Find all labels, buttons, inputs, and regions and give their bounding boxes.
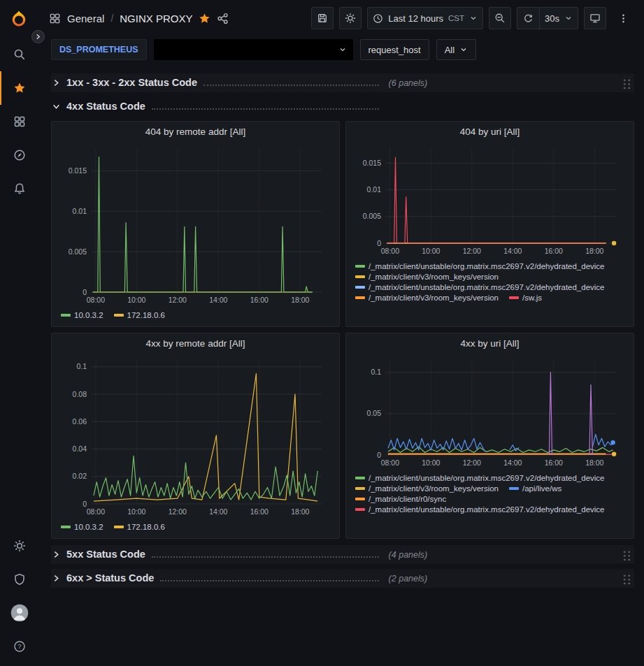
tv-mode-button[interactable] [584,7,606,29]
legend-series-marker [114,526,124,528]
kebab-menu-icon [618,13,629,24]
dashboard-title[interactable]: NGINX PROXY [120,13,192,24]
sidebar-item-dashboards[interactable] [0,105,38,138]
main-area: General / NGINX PROXY [38,0,644,666]
sidebar-collapse-button[interactable] [31,30,45,43]
sidebar-item-search[interactable] [0,38,38,71]
panel-body: 08:0010:0012:0014:0016:0018:0000.020.040… [52,353,339,538]
row-title-wrap: 5xx Status Code [66,549,379,560]
datasource-variable-label[interactable]: DS_PROMETHEUS [51,39,147,60]
legend-item[interactable]: /_matrix/client/v3/room_keys/version [355,294,499,302]
row-1xx-3xx-2xx[interactable]: 1xx - 3xx - 2xx Status Code (6 panels) [51,73,634,92]
timeseries-chart[interactable]: 08:0010:0012:0014:0016:0018:0000.0050.01… [354,141,626,260]
legend-item[interactable]: /api/live/ws [509,484,561,493]
sidebar-item-explore[interactable] [0,138,38,172]
legend-item[interactable]: 172.18.0.6 [114,523,165,531]
row-5xx[interactable]: 5xx Status Code (4 panels) [51,545,634,564]
timeseries-chart[interactable]: 08:0010:0012:0014:0016:0018:0000.050.1 [354,353,626,472]
svg-text:12:00: 12:00 [463,247,481,255]
row-4xx[interactable]: 4xx Status Code [51,97,634,116]
row-drag-handle[interactable] [622,549,631,560]
row-drag-handle[interactable] [622,572,631,584]
row-6xx[interactable]: 6xx > Status Code (2 panels) [51,569,634,588]
legend-item[interactable]: 10.0.3.2 [61,523,103,531]
svg-text:08:00: 08:00 [87,507,105,516]
svg-text:10:00: 10:00 [422,458,440,467]
sidebar-item-configuration[interactable] [0,529,38,563]
legend-series-label: /_matrix/client/unstable/org.matrix.msc2… [368,474,605,482]
request-host-select[interactable]: All [436,39,476,60]
sidebar-item-help[interactable]: ? [0,630,38,663]
chevron-right-icon [52,79,66,87]
panel-4xx-by-uri: 4xx by uri [All] 08:0010:0012:0014:0016:… [345,333,634,539]
panel-body: 08:0010:0012:0014:0016:0018:0000.0050.01… [52,141,339,326]
legend-item[interactable]: 10.0.3.2 [61,311,103,319]
favorite-star-icon[interactable] [199,13,210,24]
svg-text:12:00: 12:00 [463,458,481,467]
breadcrumb-folder[interactable]: General [67,13,104,24]
row-drag-handle[interactable] [622,77,631,89]
legend-item[interactable]: 172.18.0.6 [114,311,165,319]
row-title: 5xx Status Code [66,549,145,560]
legend-item[interactable]: /_matrix/client/unstable/org.matrix.msc2… [355,283,605,291]
sidebar-item-alerting[interactable] [0,172,38,205]
legend-series-marker [509,487,519,490]
refresh-button[interactable] [517,7,539,29]
svg-text:10:00: 10:00 [422,247,440,255]
dashboard-toolbar: Last 12 hours CST [311,7,634,29]
legend-item[interactable]: /_matrix/client/v3/room_keys/version [355,484,499,493]
row-title-wrap: 6xx > Status Code [66,572,379,584]
legend-item[interactable]: /sw.js [509,294,542,302]
sidebar-item-profile[interactable] [0,596,38,630]
svg-text:14:00: 14:00 [503,458,522,467]
save-dashboard-button[interactable] [311,7,334,29]
svg-text:16:00: 16:00 [250,507,269,516]
legend-item[interactable]: /_matrix/client/r0/sync [355,495,446,503]
chevron-right-icon [52,574,66,582]
timeseries-chart[interactable]: 08:0010:0012:0014:0016:0018:0000.0050.01… [59,141,331,309]
panel-title[interactable]: 404 by uri [All] [346,122,634,141]
svg-text:0: 0 [377,451,381,459]
refresh-icon [523,13,534,24]
legend-series-label: 10.0.3.2 [74,523,103,531]
svg-text:18:00: 18:00 [291,296,309,304]
sidebar-item-server-admin[interactable] [0,563,38,596]
panel-title[interactable]: 4xx by uri [All] [346,333,634,353]
zoom-out-icon [494,13,506,24]
legend-item[interactable]: /_matrix/client/unstable/org.matrix.msc2… [355,474,605,482]
legend-series-label: 10.0.3.2 [74,311,103,319]
legend-series-marker [355,477,365,479]
legend-series-label: /_matrix/client/unstable/org.matrix.msc2… [368,262,605,270]
svg-text:0.08: 0.08 [73,390,87,398]
zoom-out-button[interactable] [489,7,511,29]
dashboard-settings-button[interactable] [339,7,362,29]
legend-item[interactable]: /_matrix/client/unstable/org.matrix.msc2… [355,505,605,514]
chevron-down-icon [52,103,66,110]
more-options-button[interactable] [612,7,634,29]
panel-title[interactable]: 404 by remote addr [All] [52,122,339,141]
legend-item[interactable]: /_matrix/client/unstable/org.matrix.msc2… [355,262,605,270]
legend-item[interactable]: /_matrix/client/v3/room_keys/version [355,273,499,281]
time-range-picker[interactable]: Last 12 hours CST [367,7,483,29]
legend-series-marker [355,487,365,490]
grafana-app: ? General / NGINX PROXY [0,0,644,666]
row-title: 1xx - 3xx - 2xx Status Code [66,77,197,88]
panel-4xx-by-remote-addr: 4xx by remote addr [All] 08:0010:0012:00… [51,333,340,539]
variables-bar: DS_PROMETHEUS request_host All [38,36,644,67]
svg-text:0.06: 0.06 [73,417,87,426]
svg-text:18:00: 18:00 [291,507,309,516]
svg-text:08:00: 08:00 [381,247,399,255]
svg-text:16:00: 16:00 [250,296,269,304]
sidebar-item-starred[interactable] [0,71,38,105]
refresh-interval-dropdown[interactable]: 30s [539,7,578,29]
svg-text:12:00: 12:00 [169,507,187,516]
svg-text:16:00: 16:00 [545,247,563,255]
panel-legend: /_matrix/client/unstable/org.matrix.msc2… [354,472,626,518]
datasource-select[interactable] [154,39,353,60]
request-host-variable-label[interactable]: request_host [360,39,429,60]
timeseries-chart[interactable]: 08:0010:0012:0014:0016:0018:0000.020.040… [59,353,331,521]
panel-title[interactable]: 4xx by remote addr [All] [52,333,339,353]
share-icon[interactable] [217,13,229,24]
svg-text:0.1: 0.1 [371,368,381,376]
row-dotted-leader [152,550,379,558]
